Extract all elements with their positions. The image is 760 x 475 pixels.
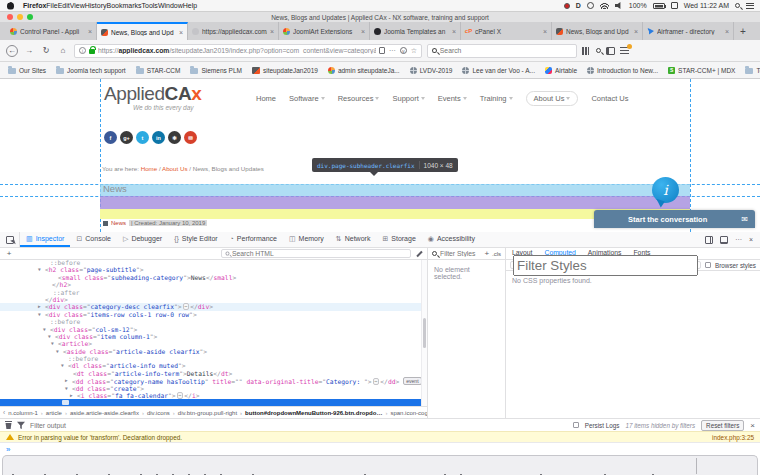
- site-nav-item[interactable]: Contact Us: [591, 94, 628, 103]
- clear-console-icon[interactable]: [5, 421, 12, 429]
- breadcrumb-section-link[interactable]: About Us: [162, 165, 187, 172]
- dock-app-icon[interactable]: [182, 457, 196, 475]
- dock-app-icon[interactable]: [86, 457, 100, 475]
- tab-close-icon[interactable]: ×: [88, 28, 92, 35]
- devtools-tab[interactable]: ◉ Accessibility: [422, 232, 481, 247]
- markup-line[interactable]: [0, 399, 427, 406]
- menu-item[interactable]: File: [46, 2, 57, 9]
- expand-arrow-open-icon[interactable]: ▼: [43, 326, 46, 333]
- url-text[interactable]: https://appliedcax.com/siteupdateJan2019…: [98, 47, 376, 54]
- expand-arrow-open-icon[interactable]: ▼: [48, 333, 51, 340]
- dock-tray-icon[interactable]: [717, 457, 731, 475]
- toggle-classes-button[interactable]: .cls: [492, 251, 501, 257]
- menu-item[interactable]: History: [85, 2, 107, 9]
- dock-app-icon[interactable]: [422, 457, 436, 475]
- browser-tab[interactable]: News, Blogs and Upd ×: [552, 22, 643, 40]
- dock-app-icon[interactable]: [54, 457, 68, 475]
- browser-styles-checkbox[interactable]: [705, 262, 711, 268]
- pick-element-button[interactable]: [0, 232, 20, 247]
- bookmark-item[interactable]: Tools: [745, 67, 760, 74]
- screen-record-icon[interactable]: [564, 3, 570, 9]
- notification-center-icon[interactable]: [746, 3, 754, 9]
- dock-app-icon[interactable]: [630, 457, 644, 475]
- expand-arrow-open-icon[interactable]: ▼: [56, 348, 59, 355]
- site-info-icon[interactable]: i: [79, 47, 86, 54]
- markup-scrollbar[interactable]: [421, 260, 427, 406]
- chat-widget-bar[interactable]: Start the conversation ✉: [594, 210, 755, 228]
- new-tab-button[interactable]: +: [734, 22, 752, 40]
- bookmark-item[interactable]: siteupdateJan2019: [252, 67, 318, 74]
- browser-tab[interactable]: https://appliedcax.com/si ×: [188, 22, 279, 40]
- expand-arrow-open-icon[interactable]: ▼: [51, 340, 54, 347]
- node-crumb[interactable]: div.icons: [142, 410, 170, 416]
- tab-close-icon[interactable]: ×: [543, 28, 547, 35]
- facebook-icon[interactable]: f: [104, 131, 117, 144]
- markup-line[interactable]: ▼<div class="item column-1">: [0, 333, 427, 340]
- devtools-tab[interactable]: ◫ Memory: [283, 232, 330, 247]
- devtools-tab[interactable]: ▥ Inspector: [20, 232, 70, 247]
- reload-button[interactable]: ↻: [40, 45, 52, 57]
- input-source-icon[interactable]: [671, 2, 678, 9]
- node-crumb[interactable]: div.btn-group.pull-right: [173, 410, 237, 416]
- dock-tray-icon[interactable]: [701, 457, 715, 475]
- google-plus-icon[interactable]: g+: [120, 131, 133, 144]
- rules-filter-input[interactable]: [440, 250, 481, 257]
- devtools-tab[interactable]: ◔ Performance: [224, 232, 283, 247]
- markup-line[interactable]: <small class="subheading-category">News<…: [0, 274, 427, 281]
- markup-line[interactable]: ▼<dd class="create">: [0, 385, 427, 392]
- dock-app-icon[interactable]: [6, 457, 20, 475]
- tab-close-icon[interactable]: ×: [270, 28, 274, 35]
- devtools-tab[interactable]: ⊞ Storage: [376, 232, 421, 247]
- menu-item[interactable]: Window: [158, 2, 183, 9]
- menu-item[interactable]: Edit: [58, 2, 70, 9]
- markup-line[interactable]: ▶<i class="fa fa-calendar">⋯</i>: [0, 392, 427, 399]
- markup-line[interactable]: ▼<h2 class="page-subtitle">: [0, 266, 427, 273]
- site-nav-item[interactable]: Software: [289, 94, 325, 103]
- dock-app-icon[interactable]: [262, 457, 276, 475]
- add-rule-button[interactable]: +: [484, 249, 489, 258]
- dock-app-icon[interactable]: [486, 457, 500, 475]
- breadcrumb-home-link[interactable]: Home: [141, 165, 158, 172]
- reader-mode-icon[interactable]: [379, 47, 385, 54]
- markup-line[interactable]: </div>: [0, 296, 427, 303]
- dock-app-icon[interactable]: [534, 457, 548, 475]
- chat-bubble-icon[interactable]: i: [652, 177, 679, 203]
- dock-app-icon[interactable]: [310, 457, 324, 475]
- tab-close-icon[interactable]: ×: [179, 29, 183, 36]
- dock-app-icon[interactable]: [438, 457, 452, 475]
- page-actions-icon[interactable]: ⋯: [389, 47, 396, 55]
- node-crumb[interactable]: n.column-1: [8, 410, 38, 416]
- dock-app-icon[interactable]: [342, 457, 356, 475]
- dock-app-icon[interactable]: [246, 457, 260, 475]
- browser-tab[interactable]: Control Panel - Appli ×: [6, 22, 97, 40]
- markup-line[interactable]: ▼<aside class="article-aside clearfix">: [0, 348, 427, 355]
- forward-button[interactable]: →: [23, 45, 35, 57]
- markup-line[interactable]: ::before: [0, 259, 427, 266]
- dock-app-icon[interactable]: [214, 457, 228, 475]
- devtools-tab[interactable]: {} Style Editor: [168, 232, 223, 247]
- dock-app-icon[interactable]: [454, 457, 468, 475]
- apple-menu-icon[interactable]: [7, 2, 14, 10]
- node-crumb[interactable]: article: [41, 410, 62, 416]
- site-nav-item[interactable]: Resources: [338, 94, 380, 103]
- markup-line[interactable]: ::before: [0, 355, 427, 362]
- markup-line[interactable]: ▼<article>: [0, 340, 427, 347]
- dock-tray-icon[interactable]: [733, 457, 747, 475]
- browser-tab[interactable]: cP cPanel X ×: [461, 22, 552, 40]
- app-menu-icon[interactable]: [620, 47, 629, 54]
- dock-app-icon[interactable]: [566, 457, 580, 475]
- devtools-tab[interactable]: ⇅ Network: [330, 232, 377, 247]
- devtools-tab[interactable]: ▷ Debugger: [117, 232, 168, 247]
- browser-tab[interactable]: JoomlArt Extensions ×: [279, 22, 370, 40]
- dock-app-icon[interactable]: [70, 457, 84, 475]
- dock-app-icon[interactable]: [118, 457, 132, 475]
- site-nav-item[interactable]: About Us: [526, 91, 579, 106]
- dock-app-icon[interactable]: [134, 457, 148, 475]
- warning-source-link[interactable]: index.php:3:25: [712, 434, 754, 441]
- bookmark-item[interactable]: LVDV-2019: [410, 67, 453, 74]
- console-close-icon[interactable]: ×: [750, 421, 755, 430]
- library-icon[interactable]: [582, 47, 591, 55]
- console-warning-row[interactable]: Error in parsing value for 'transform'. …: [0, 431, 760, 442]
- menu-item[interactable]: Bookmarks: [107, 2, 142, 9]
- volume-icon[interactable]: [615, 2, 623, 9]
